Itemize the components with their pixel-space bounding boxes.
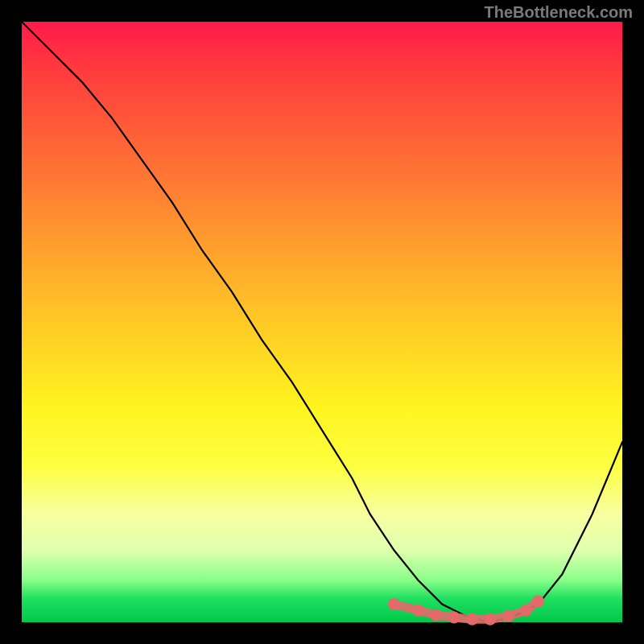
- marker-dot: [502, 610, 514, 622]
- marker-dot: [520, 605, 532, 617]
- marker-dot: [466, 613, 478, 625]
- marker-dot: [412, 605, 424, 617]
- marker-dot: [430, 609, 442, 621]
- marker-dot: [388, 598, 400, 610]
- attribution-text: TheBottleneck.com: [485, 3, 633, 22]
- marker-dot: [532, 595, 544, 607]
- bottleneck-curve-line: [22, 22, 622, 622]
- optimal-zone-markers: [388, 595, 544, 625]
- bottleneck-chart: [22, 22, 622, 622]
- marker-dot: [448, 612, 460, 624]
- marker-dot: [484, 613, 496, 625]
